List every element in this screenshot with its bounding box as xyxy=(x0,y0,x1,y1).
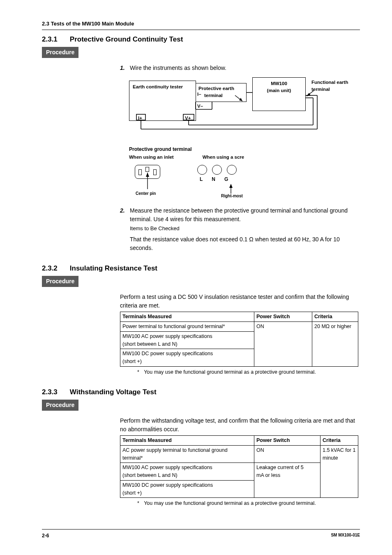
td: Leakage current of 5 mA or less xyxy=(254,463,321,498)
doc-id: SM MX100-01E xyxy=(331,532,360,539)
footnote-star: * xyxy=(137,369,139,375)
cell-line: Leakage current of 5 xyxy=(256,465,304,470)
screw-g-label: G xyxy=(224,176,228,183)
pg-screw-label: When using a scre xyxy=(203,154,244,161)
td: 1.5 kVAC for 1 minute xyxy=(321,445,358,498)
intro-text: Perform the withstanding voltage test, a… xyxy=(120,416,360,434)
section-header: 2.3 Tests of the MW100 Main Module xyxy=(42,20,360,30)
td: MW100 DC power supply specifications (sh… xyxy=(120,349,254,367)
svg-marker-19 xyxy=(146,173,149,177)
procedure-badge: Procedure xyxy=(42,47,78,58)
screw-n-label: N xyxy=(212,176,215,183)
cell-line: 1.5 kVAC for 1 xyxy=(323,447,355,453)
mw100-sublabel: (main unit) xyxy=(267,88,291,93)
step-number: 2. xyxy=(120,206,130,252)
mw100-label: MW100 xyxy=(271,81,287,86)
cell-line: MW100 AC power supply specifications xyxy=(122,465,212,470)
rightmost-label: Right-most xyxy=(221,193,243,199)
th-power-switch: Power Switch xyxy=(254,312,312,322)
screw-graphic: L N G Right-most xyxy=(197,165,243,199)
cell-line: (short +) xyxy=(122,490,142,496)
heading-title: Protective Ground Continuity Test xyxy=(70,34,183,45)
cell-line: terminal* xyxy=(122,455,143,461)
heading-number: 2.3.2 xyxy=(42,263,58,274)
protective-ground-section: Protective ground terminal When using an… xyxy=(129,146,360,199)
footnote-text: You may use the functional ground termin… xyxy=(144,369,316,375)
cell-line: MW100 AC power supply specifications xyxy=(122,333,212,339)
footnote-text: You may use the functional ground termin… xyxy=(144,500,316,506)
th-terminals: Terminals Measured xyxy=(120,436,254,446)
th-terminals: Terminals Measured xyxy=(120,312,254,322)
footnote-star: * xyxy=(137,500,139,506)
withstanding-table: Terminals Measured Power Switch Criteria… xyxy=(120,435,358,498)
inlet-graphic: Center pin xyxy=(135,165,160,197)
screw-l-label: L xyxy=(200,176,203,183)
svg-marker-17 xyxy=(307,93,311,96)
step-items-heading: Items to Be Checked xyxy=(130,224,360,233)
functional-terminal-label: Functional earth terminal xyxy=(311,80,348,92)
cell-line: MW100 DC power supply specifications xyxy=(122,482,213,488)
i-minus-label: I– xyxy=(197,91,201,98)
th-criteria: Criteria xyxy=(312,312,358,322)
i-plus-label: I+ xyxy=(138,115,142,122)
v-plus-label: V+ xyxy=(185,115,191,122)
heading-number: 2.3.1 xyxy=(42,34,58,45)
pg-title: Protective ground terminal xyxy=(129,146,360,153)
cell-line: (short between L and N) xyxy=(122,341,178,347)
td: ON xyxy=(254,322,312,367)
protective-terminal-label: Protective earth xyxy=(198,86,234,91)
heading-title: Insulating Resistance Test xyxy=(70,263,157,274)
pg-inlet-label: When using an inlet xyxy=(129,154,174,161)
page-footer: 2-6 SM MX100-01E xyxy=(42,529,360,539)
cell-line: minute xyxy=(323,455,338,461)
heading-number: 2.3.3 xyxy=(42,387,58,398)
page-number: 2-6 xyxy=(42,532,49,539)
intro-text: Perform a test using a DC 500 V insulati… xyxy=(120,293,360,310)
procedure-badge: Procedure xyxy=(42,400,78,411)
th-criteria: Criteria xyxy=(321,436,358,446)
screw-circle-icon xyxy=(197,165,207,175)
screw-circle-icon xyxy=(212,165,222,175)
cell-line: (short +) xyxy=(122,358,142,364)
cell-line: MW100 DC power supply specifications xyxy=(122,351,213,356)
svg-marker-21 xyxy=(229,184,233,188)
protective-terminal-label-2: terminal xyxy=(204,93,223,98)
td: MW100 DC power supply specifications (sh… xyxy=(120,480,254,498)
insulation-table: Terminals Measured Power Switch Criteria… xyxy=(120,312,358,367)
cell-line: AC power supply terminal to functional g… xyxy=(122,447,228,453)
procedure-badge: Procedure xyxy=(42,276,78,287)
screw-circle-icon xyxy=(227,165,237,175)
td: Power terminal to functional ground term… xyxy=(120,322,254,332)
step-criteria: That the resistance value does not excee… xyxy=(130,235,360,252)
td: 20 MΩ or higher xyxy=(312,322,358,367)
wiring-diagram: Earth continuity tester Protective earth… xyxy=(129,77,324,139)
step-text: Wire the instruments as shown below. xyxy=(130,64,226,72)
step-text: Measure the resistance between the prote… xyxy=(130,206,360,224)
td: MW100 AC power supply specifications (sh… xyxy=(120,331,254,349)
cell-line: (short between L and N) xyxy=(122,472,178,478)
td: MW100 AC power supply specifications (sh… xyxy=(120,463,254,481)
td: ON xyxy=(254,445,321,463)
v-minus-label: V– xyxy=(197,103,203,110)
heading-title: Withstanding Voltage Test xyxy=(70,387,157,398)
cell-line: mA or less xyxy=(256,472,280,478)
th-power-switch: Power Switch xyxy=(254,436,321,446)
step-number: 1. xyxy=(120,64,130,72)
td: AC power supply terminal to functional g… xyxy=(120,445,254,463)
earth-tester-label: Earth continuity tester xyxy=(133,84,183,89)
